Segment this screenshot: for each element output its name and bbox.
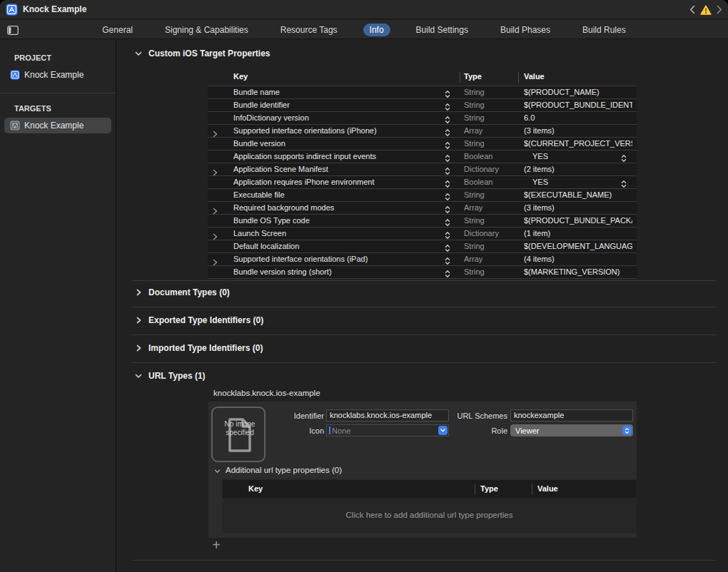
section-custom-ios-target-properties[interactable]: Custom iOS Target Properties (135, 48, 270, 58)
warning-icon[interactable] (700, 5, 712, 15)
section-exported-type-identifiers[interactable]: Exported Type Identifiers (0) (135, 315, 263, 325)
property-type: String (464, 101, 520, 109)
sidebar-item-target[interactable]: Knock Example (4, 118, 111, 133)
section-document-types[interactable]: Document Types (0) (135, 287, 230, 297)
forward-chevron-icon[interactable] (717, 5, 722, 14)
project-section-header: PROJECT (14, 53, 116, 62)
chevron-down-icon (214, 464, 221, 476)
section-title: Exported Type Identifiers (0) (148, 315, 263, 325)
sidebar-item-project[interactable]: Knock Example (4, 67, 111, 83)
section-divider (131, 280, 717, 281)
column-header-value: Value (524, 72, 545, 81)
table-row[interactable]: Supported interface orientations (iPhone… (208, 125, 637, 138)
property-type: Boolean (464, 178, 520, 186)
table-row[interactable]: Bundle identifier String $(PRODUCT_BUNDL… (208, 99, 637, 112)
property-key: Supported interface orientations (iPad) (233, 255, 439, 263)
sidebar-item-label: Knock Example (24, 70, 84, 80)
role-label: Role (423, 427, 507, 435)
property-type: Array (464, 203, 520, 212)
table-row[interactable]: Executable file String $(EXECUTABLE_NAME… (208, 189, 637, 202)
property-key: Bundle identifier (233, 101, 439, 109)
property-key: Required background modes (233, 203, 439, 212)
role-value: Viewer (515, 427, 622, 435)
table-row[interactable]: Bundle name String $(PRODUCT_NAME) (208, 86, 637, 99)
column-divider (532, 484, 532, 495)
tab-signing-capabilities[interactable]: Signing & Capabilities (158, 24, 255, 36)
table-row[interactable]: Launch Screen Dictionary (1 item) (208, 228, 637, 240)
additional-properties-table: Key Type Value Click here to add additio… (222, 479, 637, 533)
chevron-down-icon (135, 51, 142, 56)
tab-build-phases[interactable]: Build Phases (494, 24, 557, 36)
column-header-key: Key (233, 72, 248, 81)
section-title: URL Types (1) (148, 371, 206, 381)
text-cursor (329, 427, 330, 434)
property-value[interactable]: (3 items) (524, 126, 632, 135)
property-value[interactable]: (1 item) (524, 229, 632, 238)
property-value[interactable]: (2 items) (524, 165, 632, 173)
table-row[interactable]: Application requires iPhone environment … (208, 176, 637, 189)
property-type: Dictionary (464, 165, 520, 173)
table-row[interactable]: Default localization String $(DEVELOPMEN… (208, 240, 637, 253)
chevron-down-icon (135, 374, 142, 379)
table-row[interactable]: Supported interface orientations (iPad) … (208, 253, 637, 266)
properties-table-header: Key Type Value (208, 71, 637, 86)
property-key: Bundle version string (short) (233, 267, 439, 276)
property-value[interactable]: YES (524, 152, 632, 160)
column-divider (518, 72, 519, 83)
property-value[interactable]: $(PRODUCT_BUNDLE_IDENT (524, 101, 632, 109)
property-key: Application Scene Manifest (233, 165, 439, 173)
table-row[interactable]: Bundle version string (short) String $(M… (208, 266, 637, 279)
url-schemes-field[interactable]: knockexample (510, 409, 633, 422)
url-type-card: No image specified Identifier knocklabs.… (208, 402, 637, 538)
column-header-value: Value (537, 484, 558, 493)
role-popup[interactable]: Viewer (510, 424, 633, 436)
tab-info[interactable]: Info (363, 24, 390, 36)
property-value[interactable]: $(EXECUTABLE_NAME) (524, 190, 632, 199)
property-key: InfoDictionary version (233, 113, 439, 122)
property-value[interactable]: 6.0 (524, 113, 632, 122)
section-imported-type-identifiers[interactable]: Imported Type Identifiers (0) (135, 343, 263, 353)
property-value[interactable]: (4 items) (524, 255, 632, 263)
additional-table-empty-area[interactable]: Click here to add additional url type pr… (223, 498, 636, 532)
property-key: Launch Screen (233, 229, 439, 238)
additional-url-properties-header[interactable]: Additional url type properties (0) (214, 464, 342, 476)
property-value[interactable]: (3 items) (524, 203, 632, 212)
table-row[interactable]: InfoDictionary version String 6.0 (208, 112, 637, 125)
tab-build-rules[interactable]: Build Rules (576, 24, 632, 36)
tab-resource-tags[interactable]: Resource Tags (274, 24, 344, 36)
section-title: Imported Type Identifiers (0) (148, 343, 263, 353)
property-value[interactable]: $(CURRENT_PROJECT_VERS (524, 139, 632, 148)
property-key: Bundle OS Type code (233, 216, 439, 225)
chevron-right-icon (135, 289, 142, 296)
property-value[interactable]: $(PRODUCT_NAME) (524, 88, 632, 96)
property-type: Array (464, 126, 520, 135)
property-value[interactable]: $(DEVELOPMENT_LANGUAGI (524, 242, 632, 250)
table-row[interactable]: Application Scene Manifest Dictionary (2… (208, 163, 637, 176)
property-key: Executable file (233, 190, 439, 199)
chevron-right-icon (135, 344, 142, 352)
property-type: String (464, 267, 520, 276)
key-stepper-icon[interactable] (445, 268, 450, 281)
property-value[interactable]: $(PRODUCT_BUNDLE_PACKA (524, 216, 632, 225)
table-row[interactable]: Application supports indirect input even… (208, 150, 637, 163)
add-url-type-button[interactable]: + (209, 538, 223, 553)
tab-build-settings[interactable]: Build Settings (410, 24, 475, 36)
property-value[interactable]: YES (524, 178, 632, 186)
chevron-right-icon (135, 317, 142, 324)
property-value[interactable]: $(MARKETING_VERSION) (524, 267, 632, 276)
section-url-types[interactable]: URL Types (1) (135, 371, 206, 381)
table-row[interactable]: Bundle version String $(CURRENT_PROJECT_… (208, 138, 637, 150)
property-type: Dictionary (464, 229, 520, 238)
section-title: Document Types (0) (148, 287, 230, 297)
property-type: String (464, 242, 520, 250)
table-row[interactable]: Bundle OS Type code String $(PRODUCT_BUN… (208, 215, 637, 228)
table-row[interactable]: Required background modes Array (3 items… (208, 202, 637, 215)
back-chevron-icon[interactable] (689, 5, 695, 14)
project-sidebar: PROJECT Knock Example TARGETS Knock Exam… (0, 40, 116, 572)
sidebar-item-label: Knock Example (24, 121, 84, 131)
tab-general[interactable]: General (96, 24, 139, 36)
xcode-window: Knock Example GeneralSigning & Capabilit… (0, 0, 728, 572)
window-title: Knock Example (23, 4, 86, 14)
window-body: PROJECT Knock Example TARGETS Knock Exam… (0, 40, 728, 572)
property-key: Bundle version (233, 139, 439, 148)
